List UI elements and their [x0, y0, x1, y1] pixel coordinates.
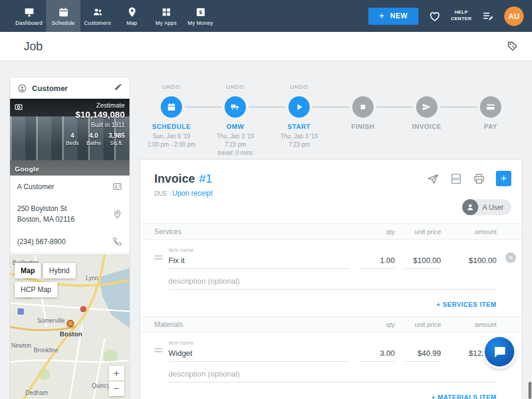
step-travel: travel: 0 mins	[203, 149, 267, 157]
checklist-edit-icon[interactable]	[482, 10, 494, 22]
calendar-icon	[166, 102, 177, 112]
referral-heart-icon[interactable]	[429, 10, 441, 22]
customer-card-title: Customer	[32, 84, 109, 93]
pdf-icon[interactable]: PDF	[450, 173, 462, 185]
step-time: 7:23 pm	[267, 141, 331, 149]
assignee-name: A User	[482, 203, 504, 212]
service-name-input[interactable]	[168, 253, 350, 269]
chat-bubble-button[interactable]	[485, 337, 514, 366]
map-marker[interactable]	[67, 320, 74, 327]
zestimate-label: Zestimate	[66, 102, 125, 109]
nav-item-map[interactable]: Map	[115, 0, 149, 32]
apps-icon	[161, 7, 172, 18]
add-materials-item-link[interactable]: + MATERIALS ITEM	[140, 382, 522, 399]
pencil-icon	[114, 83, 122, 91]
hcp-map-button[interactable]: HCP Map	[15, 282, 57, 297]
service-amount: $100.00	[450, 256, 497, 269]
nav-label: Customers	[84, 20, 111, 26]
nav-item-my-apps[interactable]: My Apps	[149, 0, 183, 32]
zoom-in-button[interactable]: +	[109, 366, 124, 381]
customer-address-row: 250 Boylston St Boston, MA 02116	[10, 197, 129, 231]
unit-price-column-header: unit price	[404, 228, 441, 235]
undo-omw-button[interactable]: UNDO	[203, 84, 267, 90]
send-invoice-icon[interactable]	[427, 173, 439, 185]
content-area: Customer Zestimate $10,149,080 Built in …	[0, 61, 532, 399]
help-line2: CENTER	[451, 16, 472, 22]
svg-text:PDF: PDF	[453, 177, 460, 180]
undo-schedule-button[interactable]: UNDO	[140, 84, 203, 90]
scrollbar-thumb[interactable]	[528, 382, 531, 399]
nav-item-schedule[interactable]: Schedule	[46, 0, 80, 32]
material-description-input[interactable]	[168, 366, 497, 382]
customer-name: A Customer	[17, 183, 54, 191]
phone-icon	[112, 236, 122, 246]
street-view-icon	[14, 102, 23, 113]
step-date: Thu, Jan 3 '19	[203, 132, 267, 141]
invoice-step-button[interactable]	[416, 96, 437, 118]
services-header: Services qty unit price amount	[140, 223, 522, 240]
step-date: Sun, Jan 6 '19	[140, 132, 203, 141]
new-button[interactable]: + NEW	[368, 8, 419, 25]
start-step-button[interactable]	[288, 96, 310, 118]
service-unit-price-input[interactable]	[404, 253, 441, 269]
qty-column-header: qty	[359, 321, 395, 328]
service-description-input[interactable]	[168, 274, 497, 290]
job-tag-icon[interactable]	[507, 41, 518, 52]
edit-customer-button[interactable]	[114, 83, 122, 93]
zoom-out-button[interactable]: −	[109, 381, 124, 396]
amount-column-header: amount	[450, 228, 497, 235]
map-card: Burlington Lynn Somerville Boston Newton…	[9, 254, 130, 399]
pay-step-button[interactable]	[480, 96, 501, 118]
assignee-chip[interactable]: A User	[462, 199, 511, 215]
nav-item-my-money[interactable]: $ My Money	[183, 0, 218, 32]
material-qty-input[interactable]	[359, 346, 395, 362]
remove-service-item-button[interactable]: ✕	[505, 252, 516, 263]
nav-label: Schedule	[51, 20, 74, 26]
nav-item-dashboard[interactable]: Dashboard	[12, 0, 46, 32]
material-name-input[interactable]	[168, 346, 350, 362]
drag-handle-icon[interactable]	[154, 254, 163, 261]
schedule-step-button[interactable]	[161, 96, 182, 118]
customer-address: 250 Boylston St Boston, MA 02116	[17, 203, 74, 225]
send-icon	[421, 102, 432, 112]
invoice-header: Invoice #1 PDF + DUE Upon receipt	[140, 160, 522, 215]
address-line1: 250 Boylston St	[17, 203, 74, 214]
invoice-number[interactable]: #1	[199, 172, 212, 186]
main-column: UNDO SCHEDULE Sun, Jan 6 '19 1:00 pm - 2…	[140, 61, 523, 159]
undo-start-button[interactable]: UNDO	[267, 84, 331, 90]
services-title: Services	[154, 228, 359, 236]
step-label: FINISH	[331, 123, 395, 130]
materials-title: Materials	[154, 320, 359, 329]
top-nav: Dashboard Schedule Customers Map My Apps…	[0, 0, 532, 32]
stat-label: Beds	[66, 140, 79, 146]
help-center-link[interactable]: HELP CENTER	[451, 9, 472, 22]
hybrid-view-button[interactable]: Hybrid	[43, 263, 76, 278]
invoice-actions: PDF +	[427, 171, 511, 186]
nav-label: My Money	[187, 20, 213, 26]
nav-items: Dashboard Schedule Customers Map My Apps…	[12, 0, 218, 32]
nav-item-customers[interactable]: Customers	[80, 0, 115, 32]
stat-value: 4	[66, 132, 79, 139]
map-view-button[interactable]: Map	[15, 263, 41, 278]
stat-value: 4.0	[86, 132, 100, 139]
material-unit-price-input[interactable]	[404, 346, 441, 362]
google-watermark: Google	[15, 166, 39, 173]
location-pin-icon	[112, 209, 122, 219]
amount-column-header: amount	[450, 321, 497, 328]
print-icon[interactable]	[473, 173, 485, 185]
stat-sqft: 3,985 Sq.ft.	[108, 132, 125, 146]
add-invoice-button[interactable]: +	[496, 171, 511, 186]
service-qty-input[interactable]	[359, 253, 395, 269]
add-services-item-link[interactable]: + SERVICES ITEM	[140, 290, 522, 316]
step-dates: Thu, Jan 3 '19 7:23 pm	[267, 132, 331, 149]
user-avatar[interactable]: AU	[504, 7, 524, 26]
stat-value: 3,985	[108, 132, 125, 139]
customer-card: Customer Zestimate $10,149,080 Built in …	[9, 77, 130, 276]
drag-handle-icon[interactable]	[154, 346, 163, 354]
finish-step-button[interactable]	[352, 96, 374, 118]
play-icon	[294, 102, 304, 112]
due-terms-link[interactable]: Upon receipt	[173, 189, 213, 197]
omw-step-button[interactable]	[225, 96, 246, 118]
zestimate-overlay: Zestimate $10,149,080 Built in 1911 4 Be…	[66, 102, 125, 146]
step-omw: UNDO OMW Thu, Jan 3 '19 7:23 pm travel: …	[203, 61, 267, 159]
